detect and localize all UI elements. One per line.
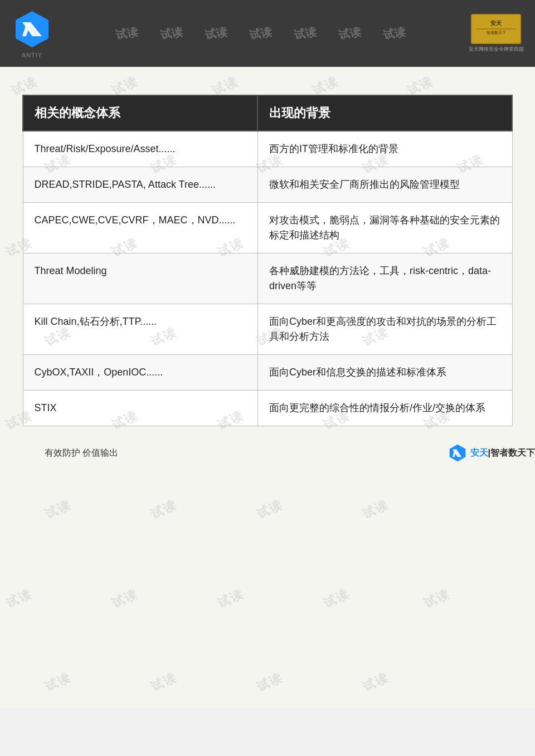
table-row: DREAD,STRIDE,PASTA, Attack Tree......微软和… xyxy=(23,167,512,203)
wm-34: 试读 xyxy=(42,669,74,695)
wm-28: 试读 xyxy=(360,496,391,523)
wm-37: 试读 xyxy=(360,669,391,695)
table-row: CybOX,TAXII，OpenIOC......面向Cyber和信息交换的描述… xyxy=(23,355,512,391)
wm-26: 试读 xyxy=(148,496,179,523)
concept-table: 相关的概念体系 出现的背景 Threat/Risk/Exposure/Asset… xyxy=(22,95,513,426)
header-wm-4: 试读 xyxy=(248,24,273,43)
header-wm-7: 试读 xyxy=(382,24,406,43)
table-row: STIX面向更完整的综合性的情报分析/作业/交换的体系 xyxy=(23,391,512,426)
main-content: 试读 试读 试读 试读 试读 试读 试读 试读 试读 试读 试读 试读 试读 试… xyxy=(0,67,535,708)
col1-header: 相关的概念体系 xyxy=(23,95,257,131)
table-cell-left-2: CAPEC,CWE,CVE,CVRF，MAEC，NVD...... xyxy=(23,203,257,253)
table-header-row: 相关的概念体系 出现的背景 xyxy=(23,95,512,131)
wm-32: 试读 xyxy=(321,586,352,612)
wm-29: 试读 xyxy=(3,586,35,612)
wm-33: 试读 xyxy=(421,586,453,612)
wm-25: 试读 xyxy=(42,496,74,523)
table-cell-right-5: 面向Cyber和信息交换的描述和标准体系 xyxy=(257,355,512,391)
col2-header: 出现的背景 xyxy=(257,95,512,131)
table-cell-right-4: 面向Cyber和更高强度的攻击和对抗的场景的分析工具和分析方法 xyxy=(257,304,512,355)
footer-slogan: 有效防护 价值输出 xyxy=(45,447,118,459)
wm-31: 试读 xyxy=(215,586,246,612)
brand-sub-label: 安天网络安全令牌第四届 xyxy=(469,46,524,53)
header-watermarks: 试读 试读 试读 试读 试读 试读 试读 xyxy=(53,26,468,41)
table-row: Threat/Risk/Exposure/Asset......西方的IT管理和… xyxy=(23,131,512,167)
table-cell-right-6: 面向更完整的综合性的情报分析/作业/交换的体系 xyxy=(257,391,512,426)
header-wm-2: 试读 xyxy=(159,24,183,43)
table-cell-left-6: STIX xyxy=(23,391,257,426)
table-row: Threat Modeling各种威胁建模的方法论，工具，risk-centri… xyxy=(23,253,512,304)
svg-text:智者数天下: 智者数天下 xyxy=(487,30,506,35)
logo-label: ANTIY xyxy=(22,52,42,58)
table-cell-right-3: 各种威胁建模的方法论，工具，risk-centric，data-driven等等 xyxy=(257,253,512,304)
table-cell-right-2: 对攻击模式，脆弱点，漏洞等各种基础的安全元素的标定和描述结构 xyxy=(257,203,512,253)
wm-35: 试读 xyxy=(148,669,179,695)
table-cell-left-3: Threat Modeling xyxy=(23,253,257,304)
footer-brand-label: 安天|智者数天下 xyxy=(470,447,535,459)
footer-brand: 安天|智者数天下 xyxy=(448,443,535,463)
header: ANTIY 试读 试读 试读 试读 试读 试读 试读 安天 智者数天下 安天网络… xyxy=(0,0,535,67)
brand-logo: 安天 智者数天下 安天网络安全令牌第四届 xyxy=(468,14,524,53)
header-wm-5: 试读 xyxy=(293,24,317,43)
table-cell-left-0: Threat/Risk/Exposure/Asset...... xyxy=(23,131,257,167)
table-cell-right-0: 西方的IT管理和标准化的背景 xyxy=(257,131,512,167)
wm-27: 试读 xyxy=(254,496,285,523)
table-cell-left-4: Kill Chain,钻石分析,TTP...... xyxy=(23,304,257,355)
table-cell-left-1: DREAD,STRIDE,PASTA, Attack Tree...... xyxy=(23,167,257,203)
wm-30: 试读 xyxy=(109,586,140,612)
table-row: Kill Chain,钻石分析,TTP......面向Cyber和更高强度的攻击… xyxy=(23,304,512,355)
header-wm-3: 试读 xyxy=(203,24,228,43)
svg-text:安天: 安天 xyxy=(490,20,502,26)
table-cell-left-5: CybOX,TAXII，OpenIOC...... xyxy=(23,355,257,391)
footer: 有效防护 价值输出 安天|智者数天下 xyxy=(45,443,535,463)
table-cell-right-1: 微软和相关安全厂商所推出的风险管理模型 xyxy=(257,167,512,203)
header-wm-1: 试读 xyxy=(114,24,139,43)
antiy-logo: ANTIY xyxy=(11,8,53,58)
table-row: CAPEC,CWE,CVE,CVRF，MAEC，NVD......对攻击模式，脆… xyxy=(23,203,512,253)
wm-36: 试读 xyxy=(254,669,285,695)
header-wm-6: 试读 xyxy=(337,24,362,43)
